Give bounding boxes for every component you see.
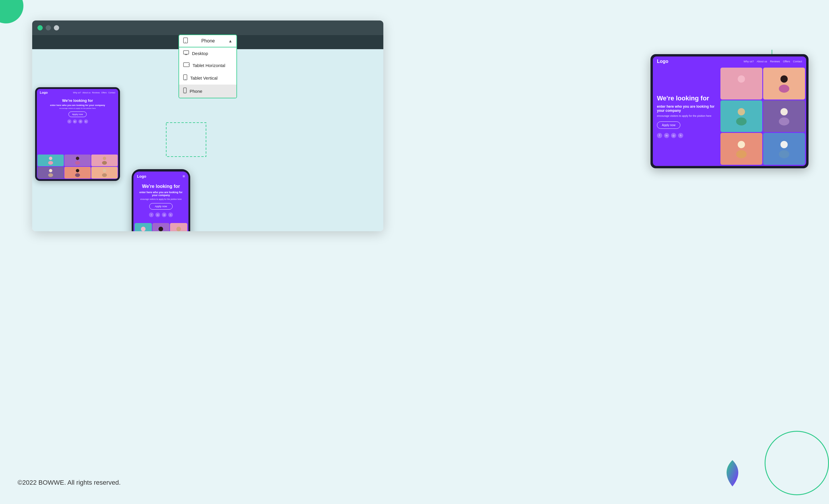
svg-point-12 (185, 79, 185, 80)
phone-heading: We're looking for (137, 184, 185, 189)
svg-point-5 (185, 42, 186, 42)
phone-social-instagram[interactable]: ◎ (162, 213, 167, 217)
phone-photo-1 (135, 223, 152, 231)
large-mini-site: Logo Why us? About us Reviews Offers Con… (653, 57, 806, 166)
large-social-other[interactable]: h (678, 133, 683, 138)
large-nav-whyus: Why us? (744, 60, 754, 63)
large-photos-right (720, 66, 806, 166)
photo-6 (91, 167, 118, 179)
mini-photos-grid (37, 154, 118, 179)
large-photo-6 (763, 133, 805, 165)
svg-point-42 (781, 75, 788, 83)
nav-link-whyus: Why us? (73, 92, 81, 94)
svg-point-26 (103, 169, 106, 172)
large-nav-links: Why us? About us Reviews Offers Contact (744, 60, 802, 63)
phone-logo: Logo (137, 174, 146, 179)
svg-point-50 (781, 141, 788, 148)
tablet-vertical-icon (183, 74, 187, 82)
phone-small-icon (183, 87, 187, 95)
large-nav-offers: Offers (783, 60, 790, 63)
social-icon-other[interactable]: h (84, 119, 88, 123)
svg-point-19 (75, 161, 80, 165)
svg-point-27 (102, 173, 107, 177)
mini-site-tablet-left: Logo Why us? About us Reviews Offers Con… (37, 89, 118, 179)
svg-point-14 (185, 92, 185, 93)
mini-apply-button[interactable]: Apply now (69, 111, 87, 117)
svg-point-32 (176, 227, 181, 231)
mini-social-links: f in ◎ h (40, 119, 115, 123)
device-phone-center: Logo ≡ We're looking for enter here who … (132, 169, 190, 231)
tablet-large-screen: Logo Why us? About us Reviews Offers Con… (653, 57, 806, 166)
svg-point-48 (738, 141, 745, 148)
device-tablet-left: Logo Why us? About us Reviews Offers Con… (35, 87, 120, 181)
device-selector-dropdown[interactable]: Phone ▲ Desktop (179, 35, 237, 98)
photo-5 (64, 167, 91, 179)
svg-rect-6 (183, 50, 189, 54)
mini-site-nav: Logo Why us? About us Reviews Offers Con… (37, 89, 118, 96)
window-dot-green[interactable] (37, 25, 43, 30)
social-icon-linkedin[interactable]: in (73, 119, 77, 123)
svg-point-51 (779, 150, 790, 158)
phone-social-other[interactable]: h (168, 213, 173, 217)
phone-social-linkedin[interactable]: in (155, 213, 160, 217)
large-photo-2 (763, 68, 805, 100)
svg-point-43 (779, 84, 790, 93)
dropdown-item-tablet-horizontal[interactable]: Tablet Horizontal (179, 60, 237, 71)
phone-social-facebook[interactable]: f (149, 213, 154, 217)
mini-logo: Logo (40, 91, 48, 94)
chevron-up-icon: ▲ (228, 39, 232, 43)
phone-social: f in ◎ h (137, 213, 185, 217)
social-icon-instagram[interactable]: ◎ (78, 119, 82, 123)
browser-window: Phone ▲ Desktop (32, 21, 383, 231)
svg-point-23 (48, 173, 53, 177)
hamburger-icon[interactable]: ≡ (183, 174, 185, 179)
phone-nav: Logo ≡ (134, 172, 188, 181)
dropdown-item-tablet-vertical[interactable]: Tablet Vertical (179, 71, 237, 84)
mini-site-hero: We're looking for enter here who you are… (37, 96, 118, 154)
dropdown-item-tablet-horizontal-label: Tablet Horizontal (192, 63, 225, 68)
large-apply-button[interactable]: Apply now (657, 121, 680, 129)
large-photo-1 (720, 68, 762, 100)
svg-point-28 (141, 227, 145, 231)
dropdown-selected-option[interactable]: Phone ▲ (179, 35, 237, 47)
window-dot-light[interactable] (54, 25, 59, 30)
large-social-instagram[interactable]: ◎ (671, 133, 676, 138)
large-social-linkedin[interactable]: in (664, 133, 669, 138)
copyright-text: ©2022 BOWWE. All rights reserved. (17, 479, 120, 487)
large-logo: Logo (657, 59, 669, 64)
large-photo-4 (763, 100, 805, 132)
large-hero-left: We're looking for enter here who you are… (653, 66, 720, 166)
svg-point-25 (75, 173, 80, 177)
large-social-facebook[interactable]: f (657, 133, 662, 138)
svg-point-22 (49, 169, 52, 172)
dropdown-selected-text: Phone (191, 38, 225, 44)
bg-decoration-circle (0, 0, 24, 24)
window-dot-dark[interactable] (46, 25, 51, 30)
phone-apply-button[interactable]: Apply now (149, 203, 173, 210)
social-icon-facebook[interactable]: f (67, 119, 71, 123)
svg-point-10 (188, 64, 189, 65)
large-subheading: enter here who you are looking for your … (657, 105, 716, 113)
phone-photo-2 (152, 223, 170, 231)
svg-point-45 (736, 117, 747, 125)
large-photo-3 (720, 100, 762, 132)
mini-site-subheading: enter here who you are looking for your … (40, 104, 115, 107)
svg-point-21 (102, 161, 107, 165)
svg-rect-15 (166, 122, 206, 156)
nav-link-contact: Contact (108, 92, 115, 94)
photo-4 (37, 167, 64, 179)
nav-link-aboutus: About us (82, 92, 91, 94)
selection-rectangle (166, 122, 207, 157)
phone-icon (183, 37, 188, 45)
large-photo-5 (720, 133, 762, 165)
mini-site-desc: encourage visitors to apply for the pisi… (40, 107, 115, 109)
dropdown-item-desktop-label: Desktop (192, 51, 208, 56)
phone-subheading: enter here who you are looking for your … (137, 191, 185, 197)
dropdown-item-phone[interactable]: Phone (179, 84, 237, 98)
large-heading: We're looking for (657, 95, 716, 102)
svg-point-24 (76, 169, 79, 172)
dropdown-item-desktop[interactable]: Desktop (179, 47, 237, 60)
large-nav-reviews: Reviews (770, 60, 780, 63)
phone-screen: Logo ≡ We're looking for enter here who … (134, 172, 188, 231)
svg-point-46 (781, 108, 788, 115)
